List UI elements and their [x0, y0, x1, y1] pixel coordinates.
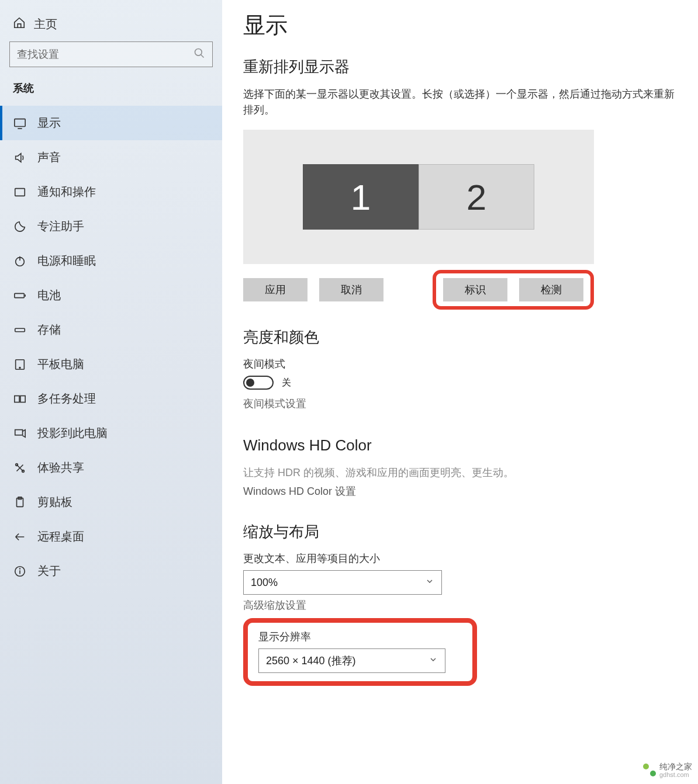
advanced-scaling-link[interactable]: 高级缩放设置 — [243, 598, 680, 612]
resolution-select[interactable]: 2560 × 1440 (推荐) — [258, 648, 445, 673]
scale-heading: 缩放与布局 — [243, 522, 680, 542]
storage-icon — [13, 324, 27, 337]
nav-label: 电池 — [37, 287, 61, 303]
text-size-value: 100% — [251, 577, 278, 589]
sidebar-item-battery[interactable]: 电池 — [0, 278, 222, 313]
watermark-url: gdhst.com — [659, 771, 692, 778]
watermark-logo-icon — [643, 764, 656, 776]
shared-icon — [13, 462, 27, 474]
rearrange-heading: 重新排列显示器 — [243, 57, 680, 77]
display-icon — [13, 117, 27, 130]
sidebar-item-tablet[interactable]: 平板电脑 — [0, 347, 222, 381]
rearrange-desc: 选择下面的某一显示器以更改其设置。长按（或选择）一个显示器，然后通过拖动方式来重… — [243, 86, 680, 118]
remote-icon — [13, 530, 27, 543]
svg-line-1 — [201, 55, 204, 58]
project-icon — [13, 427, 27, 440]
sidebar-item-project[interactable]: 投影到此电脑 — [0, 416, 222, 450]
chevron-down-icon — [429, 655, 438, 667]
nav-label: 显示 — [37, 115, 61, 131]
text-size-label: 更改文本、应用等项目的大小 — [243, 551, 680, 566]
svg-rect-4 — [15, 188, 25, 196]
brightness-heading: 亮度和颜色 — [243, 327, 680, 348]
nav-label: 关于 — [37, 563, 61, 579]
watermark: 纯净之家 gdhst.com — [643, 762, 692, 778]
search-icon — [193, 47, 205, 61]
watermark-name: 纯净之家 — [659, 762, 692, 771]
page-title: 显示 — [243, 11, 680, 40]
night-mode-settings-link[interactable]: 夜间模式设置 — [243, 397, 680, 411]
sidebar-item-multitask[interactable]: 多任务处理 — [0, 381, 222, 416]
sidebar-item-remote[interactable]: 远程桌面 — [0, 519, 222, 554]
hdcolor-desc: 让支持 HDR 的视频、游戏和应用的画面更明亮、更生动。 — [243, 465, 680, 481]
home-icon — [13, 16, 26, 32]
svg-rect-13 — [20, 396, 25, 402]
sound-icon — [13, 151, 27, 164]
svg-point-21 — [20, 568, 20, 568]
focus-icon — [13, 220, 27, 233]
sidebar-item-power[interactable]: 电源和睡眠 — [0, 244, 222, 278]
sidebar-item-display[interactable]: 显示 — [0, 106, 222, 140]
display-arrange-area[interactable]: 1 2 — [243, 130, 594, 264]
multitask-icon — [13, 393, 27, 405]
nav-label: 专注助手 — [37, 218, 84, 234]
nav-label: 声音 — [37, 150, 61, 165]
hdcolor-heading: Windows HD Color — [243, 436, 680, 455]
sidebar-item-sound[interactable]: 声音 — [0, 140, 222, 175]
night-mode-toggle[interactable] — [243, 376, 274, 390]
text-size-select[interactable]: 100% — [243, 570, 442, 595]
svg-rect-14 — [15, 429, 23, 435]
sidebar-item-focus[interactable]: 专注助手 — [0, 209, 222, 244]
power-icon — [13, 255, 27, 268]
resolution-label: 显示分辨率 — [258, 630, 462, 644]
battery-icon — [13, 289, 27, 302]
identify-button[interactable]: 标识 — [443, 278, 507, 301]
night-mode-state: 关 — [282, 377, 291, 389]
svg-rect-9 — [15, 328, 25, 332]
cancel-button[interactable]: 取消 — [319, 278, 383, 301]
monitor-2[interactable]: 2 — [419, 164, 534, 230]
svg-point-0 — [195, 49, 202, 56]
chevron-down-icon — [425, 577, 434, 589]
nav-label: 远程桌面 — [37, 529, 84, 544]
sidebar-item-about[interactable]: 关于 — [0, 554, 222, 588]
search-box[interactable] — [9, 41, 213, 67]
button-row: 应用 取消 标识 检测 — [243, 270, 594, 310]
nav-label: 电源和睡眠 — [37, 253, 96, 269]
sidebar: 主页 系统 显示 声音 通知和操作 专注助手 电源和睡眠 电池 存储 平板电脑 — [0, 0, 222, 784]
svg-point-11 — [19, 367, 20, 368]
nav-label: 平板电脑 — [37, 356, 84, 372]
search-input[interactable] — [17, 48, 193, 61]
home-link[interactable]: 主页 — [0, 12, 222, 41]
nav-label: 投影到此电脑 — [37, 425, 108, 441]
svg-rect-7 — [15, 293, 25, 297]
sidebar-item-shared[interactable]: 体验共享 — [0, 450, 222, 485]
resolution-value: 2560 × 1440 (推荐) — [266, 654, 356, 668]
sidebar-item-clipboard[interactable]: 剪贴板 — [0, 485, 222, 519]
main-content: 显示 重新排列显示器 选择下面的某一显示器以更改其设置。长按（或选择）一个显示器… — [222, 0, 698, 784]
svg-rect-12 — [15, 396, 19, 402]
sidebar-section-title: 系统 — [0, 81, 222, 106]
nav-label: 剪贴板 — [37, 494, 72, 510]
nav-label: 通知和操作 — [37, 184, 96, 200]
monitor-1[interactable]: 1 — [303, 164, 419, 230]
sidebar-item-notifications[interactable]: 通知和操作 — [0, 175, 222, 209]
clipboard-icon — [13, 496, 27, 509]
highlight-identify-detect: 标识 检测 — [433, 270, 594, 310]
detect-button[interactable]: 检测 — [519, 278, 583, 301]
apply-button[interactable]: 应用 — [243, 278, 307, 301]
svg-rect-2 — [15, 119, 25, 126]
home-label: 主页 — [34, 16, 57, 32]
hdcolor-settings-link[interactable]: Windows HD Color 设置 — [243, 484, 680, 498]
tablet-icon — [13, 358, 27, 371]
nav-label: 体验共享 — [37, 460, 84, 476]
sidebar-item-storage[interactable]: 存储 — [0, 313, 222, 347]
night-mode-label: 夜间模式 — [243, 357, 680, 371]
nav-label: 多任务处理 — [37, 391, 96, 407]
notifications-icon — [13, 186, 27, 199]
highlight-resolution: 显示分辨率 2560 × 1440 (推荐) — [243, 618, 477, 686]
about-icon — [13, 565, 27, 578]
nav-label: 存储 — [37, 322, 61, 338]
